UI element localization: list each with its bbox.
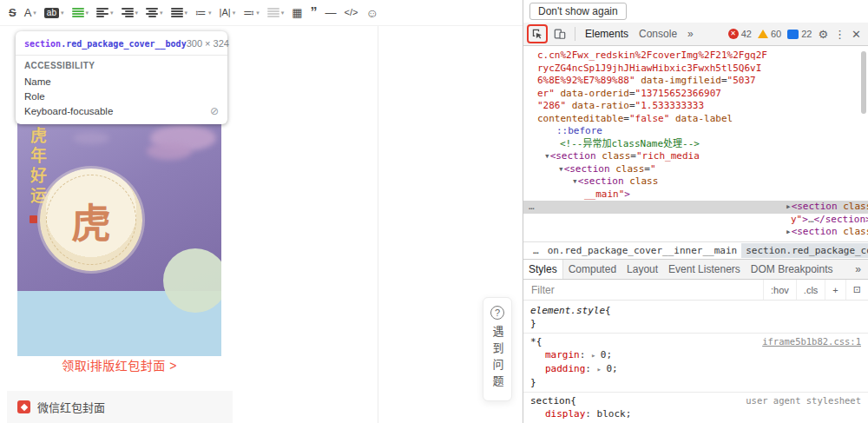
stylesheet-link[interactable]: iframe5b1b82.css:1 — [762, 335, 861, 348]
blockquote-button[interactable]: ” — [307, 6, 321, 20]
kebab-menu-icon[interactable]: ⋮ — [834, 28, 845, 41]
device-toolbar-button[interactable] — [549, 24, 570, 43]
highlight-color-button[interactable]: ab▾ — [41, 5, 68, 21]
tooltip-class: .red_package_cover__body — [61, 39, 187, 49]
tab-elements[interactable]: Elements — [580, 23, 634, 44]
font-color-button[interactable]: A▾ — [21, 4, 40, 21]
dom-tree-node[interactable]: "286" data-ratio="1.533333333 — [523, 100, 868, 113]
emoji-button[interactable]: ☺ — [362, 4, 381, 22]
theme-color-list-icon — [72, 8, 84, 17]
tab-dom-breakpoints[interactable]: DOM Breakpoints — [746, 260, 838, 279]
align-right-button[interactable]: ▾ — [118, 5, 142, 20]
question-icon: ? — [490, 306, 504, 320]
dont-show-again-button[interactable]: Don't show again — [529, 3, 627, 20]
devtools-tab-bar: ElementsConsole» — [580, 23, 699, 44]
dom-tree-node[interactable]: ▾<section class — [523, 175, 868, 188]
rule-selector[interactable]: section — [530, 394, 570, 407]
align-justify-button[interactable]: ▾ — [168, 5, 192, 20]
help-widget[interactable]: ? 遇到问题 — [483, 297, 512, 401]
cloud-decoration — [73, 132, 109, 144]
tooltip-dimensions: 300 × 324 — [187, 38, 229, 49]
cover-preview[interactable]: 虎年好运 虎 — [17, 118, 221, 356]
tab-computed[interactable]: Computed — [563, 260, 621, 279]
caret-down-icon: ▾ — [160, 10, 163, 17]
line-height-button[interactable]: ≔▾ — [192, 4, 215, 21]
warning-icon — [758, 30, 768, 38]
breadcrumb-cover-body[interactable]: section.red_package_cover__body — [741, 243, 868, 258]
dom-tree-node[interactable]: __main"> — [523, 188, 868, 202]
dom-tree-node[interactable]: y">…</section> — [523, 214, 868, 227]
rule-selector[interactable]: * — [530, 335, 536, 348]
css-property[interactable]: padding: ▸ 0; — [530, 362, 861, 376]
list-button[interactable]: ≕▾ — [240, 4, 263, 21]
sidebar-tab-bar: StylesComputedLayoutEvent ListenersDOM B… — [523, 259, 868, 280]
horizontal-rule-button[interactable]: — — [322, 4, 340, 21]
caret-down-icon: ▾ — [185, 10, 188, 17]
strikethrough-icon: S — [9, 7, 16, 18]
a11y-row: Role — [24, 89, 219, 103]
inspect-element-button[interactable] — [527, 24, 548, 43]
dom-tree-node[interactable]: ▸<section class="red — [523, 226, 868, 239]
not-allowed-icon: ⊘ — [210, 105, 219, 117]
letter-spacing-button[interactable]: |A|▾ — [216, 5, 240, 20]
dom-tree-node[interactable]: ▾<section class="rich_media — [523, 150, 868, 163]
expand-shorthand-icon[interactable]: ▸ — [597, 365, 607, 373]
dom-tree-node[interactable]: c.cn%2Fwx_redskin%2FcoverImg%2F21%2Fgq2F — [523, 50, 868, 63]
dom-tree-node[interactable]: …▸<section class="red — [523, 201, 868, 214]
styles-filter-input[interactable]: Filter — [523, 284, 763, 296]
truncation-ellipsis: … — [529, 201, 535, 214]
align-left-button[interactable]: ▾ — [93, 5, 117, 20]
expand-shorthand-icon[interactable]: ▸ — [591, 351, 601, 360]
dom-tree-node[interactable]: ▾<section class=" — [523, 163, 868, 176]
a11y-row: Keyboard-focusable⊘ — [24, 103, 219, 118]
horizontal-rule-icon: — — [326, 7, 337, 18]
caret-down-icon: ▾ — [135, 10, 139, 17]
css-property[interactable]: display: block; — [530, 407, 861, 420]
breadcrumb-ellipsis[interactable]: … — [529, 243, 543, 258]
tab-console[interactable]: Console — [634, 23, 682, 44]
code-button[interactable]: </> — [341, 5, 362, 20]
dom-tree-node[interactable]: er" data-orderid="13715652366907 — [523, 88, 868, 101]
tab-event-listeners[interactable]: Event Listeners — [663, 260, 746, 279]
theme-color-list-button[interactable]: ▾ — [69, 5, 93, 20]
style-rule: * {iframe5b1b82.css:1margin: ▸ 0;padding… — [523, 334, 868, 393]
moon-decoration — [163, 248, 221, 313]
styles-panel: element.style {}* {iframe5b1b82.css:1mar… — [523, 301, 868, 423]
more-tabs-button[interactable]: » — [682, 23, 699, 44]
toggle-element-state-button[interactable]: :hov — [763, 280, 796, 300]
a11y-rows: NameRoleKeyboard-focusable⊘ — [24, 74, 219, 118]
table-button[interactable]: ▦ — [288, 4, 306, 21]
tab-layout[interactable]: Layout — [621, 260, 663, 279]
align-center-button[interactable]: ▾ — [142, 5, 167, 20]
dom-tree-node[interactable]: rycZG4ncSp1J9jhJHiawHibxic3Fwxh5tl5Q6vI — [523, 63, 868, 76]
rule-selector[interactable]: element.style — [530, 304, 605, 317]
close-icon[interactable]: ✕ — [852, 28, 861, 41]
css-property[interactable]: margin: ▸ 0; — [530, 348, 861, 362]
filter-controls: :hov.cls+⊡ — [763, 280, 868, 300]
dom-tree-node[interactable]: <!--异常加className处理--> — [523, 138, 868, 151]
grid-overlay-icon[interactable]: ⊡ — [845, 280, 868, 300]
toolbar-separator — [575, 27, 575, 41]
tab-styles[interactable]: Styles — [523, 260, 563, 279]
caret-down-icon: ▾ — [233, 10, 236, 17]
claim-cover-link[interactable]: 领取i排版红包封面 > — [17, 356, 221, 373]
caret-down-icon: ▾ — [208, 10, 212, 17]
breadcrumb-inner-main[interactable]: on.red_package_cover__inner__main — [543, 243, 742, 258]
font-color-icon: A — [24, 7, 32, 18]
style-rule: element.style {} — [523, 302, 868, 334]
dom-tree-node[interactable]: 6%8E%92%E7%89%88" data-imgfileid="5037 — [523, 75, 868, 88]
caret-down-icon: ▾ — [61, 10, 64, 17]
more-sidebar-tabs-button[interactable]: » — [848, 260, 868, 279]
insert-style-button[interactable]: ▾ — [264, 5, 288, 20]
dom-tree-node[interactable]: contenteditable="false" data-label — [523, 113, 868, 126]
console-warnings-badge[interactable]: 60 — [758, 29, 781, 39]
issues-badge[interactable]: 22 — [787, 29, 812, 39]
gear-icon[interactable]: ⚙ — [818, 28, 828, 41]
new-style-rule-button[interactable]: + — [825, 280, 845, 300]
dom-tree-node[interactable]: ::before — [523, 125, 868, 138]
caret-down-icon: ▾ — [281, 10, 285, 17]
console-errors-badge[interactable]: ✕ 42 — [728, 29, 752, 39]
strikethrough-button[interactable]: S — [5, 4, 20, 21]
toggle-classes-button[interactable]: .cls — [796, 280, 825, 300]
devtools-panel: Don't show again ElementsConsole» ✕ 42 6… — [523, 0, 868, 423]
